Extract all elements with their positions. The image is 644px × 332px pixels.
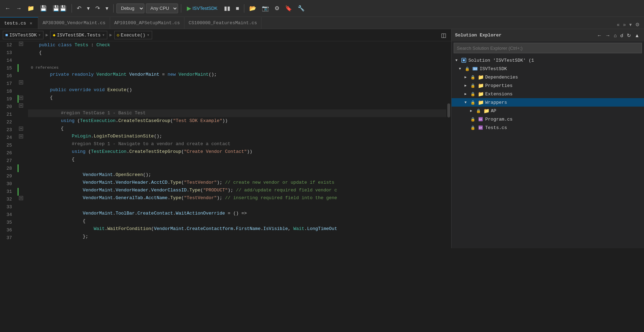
line-num-12: 12 xyxy=(0,41,15,49)
tab-tests-close[interactable]: ✕ xyxy=(28,20,34,26)
collapse-25[interactable]: − xyxy=(19,134,23,138)
icon-csharp-tests: C# xyxy=(477,124,484,131)
collapse-33[interactable]: − xyxy=(19,196,23,200)
tree-item-solution[interactable]: ▼ Solution 'ISVTestSDK' (1 xyxy=(452,56,644,65)
line-num-37: 37 xyxy=(0,234,15,242)
undo-dropdown-button[interactable]: ▾ xyxy=(85,4,92,13)
code-gutter: − − − − − − − xyxy=(18,41,25,248)
tools-button[interactable]: 🔧 xyxy=(296,4,307,13)
se-collapse-button[interactable]: ▲ xyxy=(633,32,640,39)
pause-button[interactable]: ▮▮ xyxy=(222,4,232,13)
icon-folder-ap: 📁 xyxy=(483,108,489,114)
line-num-19: 19 xyxy=(0,95,15,103)
line-num-28: 28 xyxy=(0,165,15,172)
split-editor-button[interactable]: ◫ xyxy=(439,31,448,40)
scrollbar-track[interactable] xyxy=(446,41,451,248)
tree-item-project[interactable]: ▼ 🔒 C# ISVTestSDK xyxy=(452,65,644,73)
svg-text:C#: C# xyxy=(479,127,482,129)
run-button[interactable]: ▶ ISVTestSDK xyxy=(184,4,221,13)
tree-label-project: ISVTestSDK xyxy=(480,66,507,72)
save-all-button[interactable]: 💾💾 xyxy=(50,4,69,13)
se-home-button[interactable]: ⌂ xyxy=(613,32,618,39)
redo-dropdown-button[interactable]: ▾ xyxy=(103,4,110,13)
cpu-config-dropdown[interactable]: Any CPU xyxy=(146,4,178,13)
se-back-button[interactable]: ← xyxy=(596,32,603,39)
code-line-24: #region Step 1 - Navigate to a vendor an… xyxy=(28,140,446,148)
vertical-scrollbar[interactable] xyxy=(446,41,451,248)
code-line-32 xyxy=(28,202,446,210)
code-line-35: Wait.WaitForCondition(VendorMaint.Create… xyxy=(28,225,446,233)
tab-ap303000[interactable]: AP303000_VendorMaint.cs xyxy=(38,17,110,29)
tree-item-dependencies[interactable]: ▶ 🔒 📁 Dependencies xyxy=(452,73,644,81)
tabs-settings[interactable]: ⚙ xyxy=(634,20,641,29)
icon-lock-project: 🔒 xyxy=(464,66,470,72)
code-content[interactable]: public class Tests : Check { 0 reference… xyxy=(25,41,446,248)
editor-breadcrumb: ■ ISVTestSDK ▾ ► ◆ ISVTestSDK.Tests ▾ ► … xyxy=(0,29,451,41)
tree-item-ap[interactable]: ▶ 🔒 📁 AP xyxy=(452,107,644,115)
code-line-14 xyxy=(28,57,446,65)
bookmark-button[interactable]: 🔖 xyxy=(283,4,294,13)
tab-tests[interactable]: tests.cs ✕ xyxy=(0,17,38,29)
tree-label-solution: Solution 'ISVTestSDK' (1 xyxy=(468,58,534,63)
breadcrumb-chevron2: ▾ xyxy=(102,32,105,38)
collapse-17[interactable]: − xyxy=(19,80,23,84)
code-line-16 xyxy=(28,79,446,86)
se-filter-button[interactable]: ☌ xyxy=(619,32,624,39)
tree-label-ap: AP xyxy=(491,108,496,114)
save-button[interactable]: 💾 xyxy=(38,4,49,13)
breadcrumb-method[interactable]: ◇ Execute() ▾ xyxy=(114,31,152,39)
se-search-input[interactable] xyxy=(457,46,639,51)
tab-cs100000-label: CS100000_FeaturesMaint.cs xyxy=(189,20,257,26)
tree-item-wrappers[interactable]: ▼ 🔒 📁 Wrappers xyxy=(452,98,644,107)
code-line-18: { xyxy=(28,94,446,102)
undo-button[interactable]: ↶ xyxy=(75,4,83,13)
change-bar-15 xyxy=(18,64,19,72)
code-line-13: { xyxy=(28,49,446,57)
code-line-28: VendorMaint.OpenScreen(); xyxy=(28,171,446,179)
code-line-34: { xyxy=(28,217,446,225)
tree-label-extensions: Extensions xyxy=(485,92,513,97)
redo-button[interactable]: ↷ xyxy=(93,4,102,13)
breadcrumb-chevron3: ▾ xyxy=(147,32,150,38)
line-num-34: 34 xyxy=(0,211,15,219)
breadcrumb-class[interactable]: ◆ ISVTestSDK.Tests ▾ xyxy=(50,31,107,39)
line-num-23: 23 xyxy=(0,126,15,134)
icon-folder-props: 📁 xyxy=(477,82,484,89)
tree-item-program[interactable]: ▶ 🔒 C# Program.cs xyxy=(452,115,644,123)
collapse-24[interactable]: − xyxy=(19,127,23,131)
main-toolbar: ← → 📁 💾 💾💾 ↶ ▾ ↷ ▾ Debug Any CPU ▶ ISVTe… xyxy=(0,0,644,17)
debug-config-dropdown[interactable]: Debug xyxy=(116,4,144,13)
nav-back-button[interactable]: ← xyxy=(3,4,13,13)
icon-lock-deps: 🔒 xyxy=(470,74,476,80)
screenshot-button[interactable]: 📷 xyxy=(260,4,271,13)
collapse-12[interactable]: − xyxy=(19,42,23,46)
code-editor: ■ ISVTestSDK ▾ ► ◆ ISVTestSDK.Tests ▾ ► … xyxy=(0,29,451,248)
code-line-31: VendorMaint.GeneralTab.AcctName.Type("Te… xyxy=(28,194,446,202)
line-num-21: 21 xyxy=(0,111,15,118)
code-line-33: VendorMaint.ToolBar.CreateContact.WaitAc… xyxy=(28,210,446,217)
tree-item-properties[interactable]: ▶ 🔒 📁 Properties xyxy=(452,81,644,90)
settings-button[interactable]: ⚙ xyxy=(272,4,282,13)
tabs-list-dropdown[interactable]: ▾ xyxy=(628,20,633,29)
tree-item-extensions[interactable]: ▶ 🔒 📁 Extensions xyxy=(452,90,644,98)
tab-cs100000[interactable]: CS100000_FeaturesMaint.cs xyxy=(184,17,262,29)
icon-project: C# xyxy=(472,66,478,72)
breadcrumb-project[interactable]: ■ ISVTestSDK ▾ xyxy=(3,31,43,39)
collapse-21[interactable]: − xyxy=(19,103,23,108)
icon-folder-ext: 📁 xyxy=(477,91,484,97)
tabs-scroll-right[interactable]: » xyxy=(622,20,627,29)
open-file-button[interactable]: 📁 xyxy=(25,4,36,13)
scrollbar-thumb[interactable] xyxy=(447,103,450,117)
tree-item-testscs[interactable]: ▶ 🔒 C# Tests.cs xyxy=(452,123,644,132)
se-refresh-button[interactable]: ↻ xyxy=(626,32,632,39)
se-title: Solution Explorer xyxy=(455,33,502,38)
open-folder-button[interactable]: 📂 xyxy=(247,4,258,13)
se-forward-button[interactable]: → xyxy=(604,32,611,39)
code-line-27 xyxy=(28,163,446,171)
chevron-project: ▼ xyxy=(457,66,463,72)
tab-ap101000[interactable]: AP101000_APSetupMaint.cs xyxy=(110,17,184,29)
stop-button[interactable]: ■ xyxy=(234,4,242,13)
collapse-20[interactable]: − xyxy=(19,96,23,100)
nav-forward-button[interactable]: → xyxy=(14,4,24,13)
tabs-scroll-left[interactable]: « xyxy=(615,20,621,29)
